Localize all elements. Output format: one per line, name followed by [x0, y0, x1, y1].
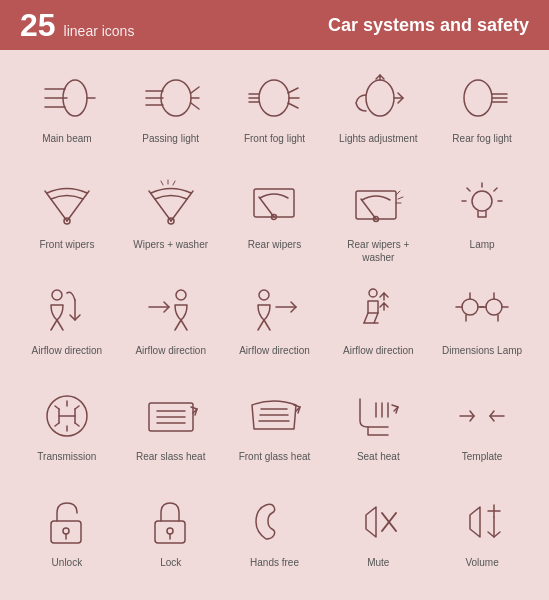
- icon-rear-glass-heat: Rear slass heat: [119, 378, 223, 484]
- svg-line-37: [259, 197, 274, 217]
- svg-point-44: [472, 191, 492, 211]
- icon-seat-heat-label: Seat heat: [357, 450, 400, 476]
- icon-main-beam: Main beam: [15, 60, 119, 166]
- svg-point-58: [259, 290, 269, 300]
- icon-wipers-washer: Wipers + washer: [119, 166, 223, 272]
- svg-point-104: [63, 528, 69, 534]
- icon-front-wipers: Front wipers: [15, 166, 119, 272]
- icon-lamp-label: Lamp: [470, 238, 495, 264]
- svg-rect-38: [356, 191, 396, 219]
- icon-transmission-label: Transmission: [37, 450, 96, 476]
- icon-airflow-1-label: Airflow direction: [32, 344, 103, 370]
- icons-grid: Main beam Passing light: [0, 50, 549, 600]
- svg-marker-112: [470, 507, 480, 537]
- icon-airflow-3: Airflow direction: [223, 272, 327, 378]
- svg-line-32: [161, 181, 163, 185]
- svg-point-107: [167, 528, 173, 534]
- icon-rear-wipers: Rear wipers: [223, 166, 327, 272]
- icon-lights-adjustment-label: Lights adjustment: [339, 132, 417, 158]
- svg-line-55: [175, 320, 181, 330]
- svg-line-10: [191, 87, 199, 93]
- header-number: 25: [20, 7, 56, 44]
- svg-marker-109: [366, 507, 376, 537]
- icon-front-fog-light-label: Front fog light: [244, 132, 305, 158]
- svg-line-40: [361, 199, 376, 219]
- svg-line-60: [264, 320, 270, 330]
- icon-airflow-2: Airflow direction: [119, 272, 223, 378]
- svg-rect-35: [254, 189, 294, 217]
- icon-airflow-1: Airflow direction: [15, 272, 119, 378]
- svg-line-56: [181, 320, 187, 330]
- svg-point-50: [52, 290, 62, 300]
- icon-main-beam-label: Main beam: [42, 132, 91, 158]
- icon-front-wipers-label: Front wipers: [39, 238, 94, 264]
- svg-point-12: [259, 80, 289, 116]
- icon-lamp: Lamp: [430, 166, 534, 272]
- header-title: Car systems and safety: [328, 15, 529, 36]
- icon-front-fog-light: Front fog light: [223, 60, 327, 166]
- icon-airflow-2-label: Airflow direction: [135, 344, 206, 370]
- svg-line-63: [364, 313, 368, 323]
- icon-airflow-4-label: Airflow direction: [343, 344, 414, 370]
- svg-line-64: [374, 313, 378, 323]
- svg-point-54: [176, 290, 186, 300]
- svg-line-48: [467, 188, 470, 191]
- icon-lights-adjustment: Lights adjustment: [326, 60, 430, 166]
- icon-rear-wipers-washer: Rear wipers + washer: [326, 166, 430, 272]
- icon-volume-label: Volume: [465, 556, 498, 582]
- svg-line-14: [288, 88, 298, 93]
- icon-front-glass-heat: Front glass heat: [223, 378, 327, 484]
- icon-front-glass-heat-label: Front glass heat: [239, 450, 311, 476]
- svg-point-19: [366, 80, 394, 116]
- icon-lock: Lock: [119, 484, 223, 590]
- header: 25 linear icons Car systems and safety: [0, 0, 549, 50]
- icon-rear-glass-heat-label: Rear slass heat: [136, 450, 205, 476]
- svg-line-46: [494, 188, 497, 191]
- icon-rear-fog-light: Rear fog light: [430, 60, 534, 166]
- icon-passing-light: Passing light: [119, 60, 223, 166]
- icon-transmission: Transmission: [15, 378, 119, 484]
- icon-hands-free: Hands free: [223, 484, 327, 590]
- svg-line-34: [173, 181, 175, 185]
- icon-wipers-washer-label: Wipers + washer: [133, 238, 208, 264]
- svg-line-42: [398, 197, 403, 199]
- icon-unlock-label: Unlock: [52, 556, 83, 582]
- svg-point-68: [462, 299, 478, 315]
- svg-line-59: [258, 320, 264, 330]
- icon-dimensions-lamp: Dimensions Lamp: [430, 272, 534, 378]
- icon-hands-free-label: Hands free: [250, 556, 299, 582]
- icon-mute: Mute: [326, 484, 430, 590]
- svg-point-8: [161, 80, 191, 116]
- icon-unlock: Unlock: [15, 484, 119, 590]
- svg-line-52: [57, 320, 63, 330]
- icon-mute-label: Mute: [367, 556, 389, 582]
- icon-dimensions-lamp-label: Dimensions Lamp: [442, 344, 522, 370]
- icon-template-label: Template: [462, 450, 503, 476]
- icon-seat-heat: Seat heat: [326, 378, 430, 484]
- icon-rear-fog-light-label: Rear fog light: [452, 132, 511, 158]
- icon-airflow-3-label: Airflow direction: [239, 344, 310, 370]
- icon-rear-wipers-label: Rear wipers: [248, 238, 301, 264]
- svg-point-22: [464, 80, 492, 116]
- icon-rear-wipers-washer-label: Rear wipers + washer: [330, 238, 426, 264]
- icon-lock-label: Lock: [160, 556, 181, 582]
- icon-passing-light-label: Passing light: [142, 132, 199, 158]
- icon-template: Template: [430, 378, 534, 484]
- svg-point-71: [486, 299, 502, 315]
- svg-line-15: [288, 103, 298, 108]
- header-subtitle: linear icons: [64, 23, 135, 39]
- icon-airflow-4: Airflow direction: [326, 272, 430, 378]
- svg-point-62: [369, 289, 377, 297]
- svg-line-51: [51, 320, 57, 330]
- icon-volume: Volume: [430, 484, 534, 590]
- svg-line-11: [191, 103, 199, 109]
